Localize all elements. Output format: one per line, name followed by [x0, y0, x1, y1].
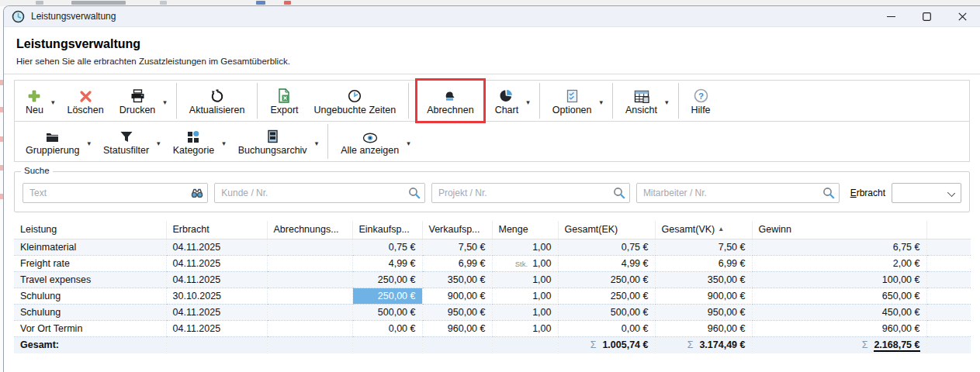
table-row[interactable]: Freight rate04.11.2025 4,99 €6,99 € Stk.…	[14, 256, 971, 272]
ungebuchte-zeiten-button[interactable]: Ungebuchte Zeiten	[306, 81, 404, 121]
projekt-search-field	[431, 183, 630, 203]
column-header-erbracht[interactable]: Erbracht	[166, 221, 267, 239]
buchungsarchiv-button[interactable]: Buchungsarchiv	[230, 125, 315, 158]
column-header-gewinn[interactable]: Gewinn	[752, 221, 926, 239]
total-gesamt-ek: Σ1.005,74 €	[558, 337, 655, 353]
desktop-background: Leistungsverwaltung Leistungsverwaltung …	[0, 0, 980, 372]
search-groupbox: Suche	[14, 171, 970, 212]
refresh-icon	[210, 88, 224, 103]
erbracht-dropdown[interactable]	[892, 183, 961, 203]
ansicht-button[interactable]: Ansicht	[618, 84, 665, 118]
close-button[interactable]	[944, 6, 980, 26]
clock-app-icon	[12, 10, 25, 23]
alle-anzeigen-button[interactable]: Alle anzeigen	[333, 125, 407, 158]
neu-button[interactable]: Neu	[18, 84, 51, 118]
kunde-search-input[interactable]	[214, 183, 425, 203]
category-squares-icon	[187, 128, 200, 143]
gruppierung-dropdown-caret[interactable]: ▾	[88, 140, 96, 147]
unit-label: Stk.	[515, 260, 528, 268]
toolbar-row-1: Neu ▾ Löschen Drucken	[15, 81, 969, 121]
alle-anzeigen-dropdown-caret[interactable]: ▾	[407, 140, 415, 147]
abrechnen-button[interactable]: Abrechnen	[419, 84, 481, 118]
help-icon: ?	[694, 88, 708, 103]
maximize-button[interactable]	[909, 6, 944, 26]
statusfilter-dropdown-caret[interactable]: ▾	[157, 140, 165, 147]
gruppierung-button[interactable]: Gruppierung	[18, 125, 88, 158]
erbracht-label: Erbracht	[850, 188, 885, 198]
export-button[interactable]: Export	[262, 81, 306, 121]
chart-dropdown-caret[interactable]: ▾	[526, 98, 535, 106]
total-row: Gesamt: Σ1.005,74 € Σ3.174,49 € Σ2.168,7…	[14, 337, 971, 353]
column-header-filler	[926, 221, 971, 239]
optionen-dropdown-caret[interactable]: ▾	[599, 98, 608, 106]
aktualisieren-button[interactable]: Aktualisieren	[182, 81, 253, 121]
optionen-button[interactable]: Optionen	[545, 84, 600, 118]
kategorie-button[interactable]: Kategorie	[165, 125, 223, 158]
view-grid-icon	[634, 88, 649, 103]
loeschen-button[interactable]: Löschen	[59, 81, 111, 121]
column-header-einkaufspreis[interactable]: Einkaufsp...	[352, 221, 422, 239]
column-header-verkaufspreis[interactable]: Verkaufsp...	[422, 221, 492, 239]
mitarbeiter-search-field	[636, 183, 840, 203]
column-header-abrechnungsart[interactable]: Abrechnungs...	[267, 221, 352, 239]
table-header-row[interactable]: Leistung Erbracht Abrechnungs... Einkauf…	[14, 221, 971, 239]
table-row[interactable]: Vor Ort Termin04.11.2025 0,00 €960,00 € …	[14, 321, 971, 337]
plus-icon	[27, 88, 41, 103]
total-gesamt-vk: Σ3.174,49 €	[655, 337, 752, 353]
chart-button[interactable]: Chart	[487, 84, 527, 118]
toolbar-separator	[327, 124, 328, 159]
minimize-button[interactable]	[873, 6, 909, 26]
toolbar-separator	[678, 83, 679, 119]
sigma-icon: Σ	[862, 339, 868, 350]
search-legend: Suche	[21, 166, 53, 175]
sort-ascending-icon: ▲	[718, 226, 724, 232]
hilfe-button[interactable]: ? Hilfe	[684, 81, 719, 121]
total-label: Gesamt:	[14, 337, 166, 353]
toolbar-panel: Neu ▾ Löschen Drucken	[14, 80, 970, 162]
search-icon	[613, 187, 625, 199]
pie-chart-icon	[499, 88, 514, 103]
chevron-down-icon	[947, 189, 955, 197]
filter-funnel-icon	[119, 128, 133, 143]
excel-file-icon	[278, 88, 290, 103]
kategorie-dropdown-caret[interactable]: ▾	[222, 140, 230, 147]
leistungsverwaltung-window: Leistungsverwaltung Leistungsverwaltung …	[3, 5, 980, 372]
table-row[interactable]: Schulung30.10.2025 250,00 € 900,00 € 1,0…	[14, 288, 971, 305]
archive-icon	[267, 128, 279, 143]
results-grid: Leistung Erbracht Abrechnungs... Einkauf…	[14, 221, 970, 353]
sigma-icon: Σ	[590, 339, 597, 350]
titlebar[interactable]: Leistungsverwaltung	[4, 6, 980, 27]
table-row[interactable]: Schulung04.11.2025 500,00 €950,00 € 1,00…	[14, 305, 971, 321]
column-header-menge[interactable]: Menge	[492, 221, 558, 239]
svg-text:?: ?	[698, 91, 704, 100]
page-title: Leistungsverwaltung	[16, 37, 968, 51]
printer-icon	[130, 88, 145, 103]
toolbar-separator	[176, 83, 177, 119]
column-header-gesamt-ek[interactable]: Gesamt(EK)	[558, 221, 655, 239]
text-search-input[interactable]	[23, 183, 208, 203]
folder-icon	[45, 128, 60, 143]
toolbar-separator	[539, 83, 540, 119]
total-gewinn: Σ2.168,75 €	[752, 337, 926, 353]
table-row[interactable]: Travel expenses04.11.2025 250,00 €350,00…	[14, 272, 971, 288]
neu-dropdown-caret[interactable]: ▾	[51, 98, 60, 106]
projekt-search-input[interactable]	[431, 183, 630, 203]
buchungsarchiv-dropdown-caret[interactable]: ▾	[315, 140, 324, 147]
invoice-stamp-icon	[443, 88, 457, 103]
column-header-leistung[interactable]: Leistung	[14, 221, 166, 239]
drucken-button[interactable]: Drucken	[112, 84, 164, 118]
statusfilter-button[interactable]: Statusfilter	[95, 125, 157, 158]
options-checklist-icon	[566, 88, 579, 103]
search-icon	[822, 187, 835, 199]
mitarbeiter-search-input[interactable]	[636, 183, 840, 203]
table-row[interactable]: Kleinmaterial04.11.2025 0,75 €7,50 € 1,0…	[14, 239, 971, 256]
column-header-gesamt-vk[interactable]: Gesamt(VK)▲	[655, 221, 752, 239]
delete-x-icon	[79, 88, 92, 103]
drucken-dropdown-caret[interactable]: ▾	[163, 98, 171, 106]
page-subtitle: Hier sehen Sie alle erbrachten Zusatzlei…	[16, 57, 968, 66]
kunde-search-field	[214, 183, 425, 203]
ansicht-dropdown-caret[interactable]: ▾	[665, 98, 674, 106]
search-icon	[408, 187, 421, 199]
page-header: Leistungsverwaltung Hier sehen Sie alle …	[4, 27, 980, 74]
selected-cell[interactable]: 250,00 €	[352, 288, 422, 305]
